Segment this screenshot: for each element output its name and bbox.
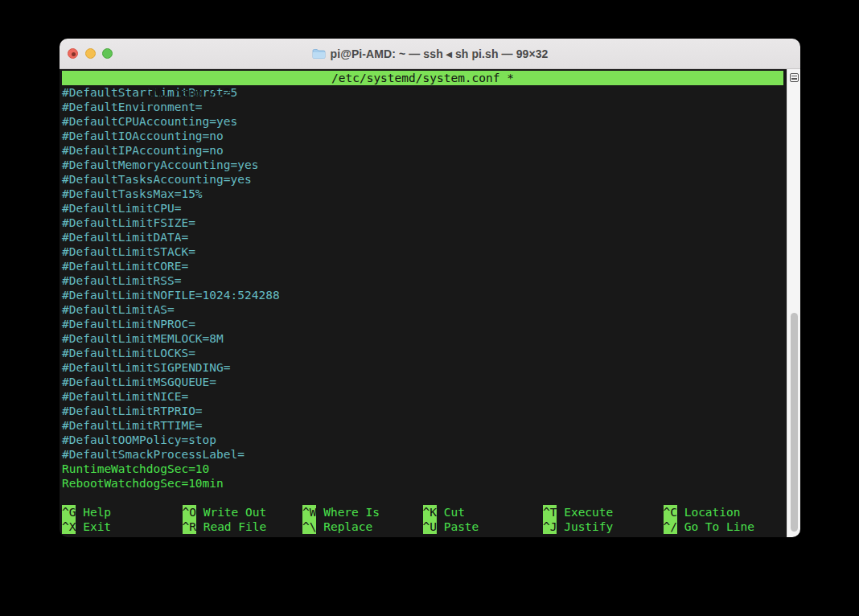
shortcut-cut[interactable]: ^KCut bbox=[423, 505, 544, 519]
editor-line: #DefaultLimitCORE= bbox=[62, 259, 783, 273]
shortcut-key: ^U bbox=[423, 519, 437, 534]
split-pane-button[interactable] bbox=[788, 71, 800, 84]
editor-line: #DefaultSmackProcessLabel= bbox=[62, 447, 783, 462]
shortcut-help[interactable]: ^GHelp bbox=[62, 505, 183, 519]
traffic-lights bbox=[68, 48, 113, 59]
close-button[interactable] bbox=[68, 48, 78, 59]
shortcut-key: ^R bbox=[183, 519, 196, 534]
shortcut-paste[interactable]: ^UPaste bbox=[423, 519, 544, 534]
editor-lines: #DefaultStartLimitBurst=5#DefaultEnviron… bbox=[62, 85, 783, 491]
editor-line: #DefaultLimitDATA= bbox=[62, 230, 783, 244]
window-title: pi@Pi-AMD: ~ — ssh ◂ sh pi.sh — 99×32 bbox=[331, 47, 549, 60]
shortcut-justify[interactable]: ^JJustify bbox=[543, 519, 664, 534]
split-pane-icon bbox=[790, 73, 799, 82]
editor-line: #DefaultMemoryAccounting=yes bbox=[62, 158, 783, 172]
shortcut-key: ^J bbox=[543, 519, 557, 534]
nano-filename: /etc/systemd/system.conf * bbox=[62, 71, 783, 85]
editor-line: #DefaultLimitRSS= bbox=[62, 273, 783, 288]
editor-line: #DefaultLimitRTPRIO= bbox=[62, 404, 783, 418]
shortcut-read-file[interactable]: ^RRead File bbox=[183, 519, 303, 534]
shortcut-label: Help bbox=[83, 506, 111, 519]
shortcut-go-to-line[interactable]: ^/Go To Line bbox=[664, 519, 784, 534]
editor-line: #DefaultTasksAccounting=yes bbox=[62, 172, 783, 187]
shortcut-label: Go To Line bbox=[684, 520, 754, 533]
editor-line: #DefaultLimitFSIZE= bbox=[62, 216, 783, 230]
nano-shortcut-bar: ^GHelp^OWrite Out^WWhere Is^KCut^TExecut… bbox=[62, 505, 783, 534]
shortcut-key: ^C bbox=[664, 505, 677, 519]
shortcut-label: Where Is bbox=[323, 506, 380, 519]
shortcut-write-out[interactable]: ^OWrite Out bbox=[183, 505, 303, 519]
editor-line: #DefaultLimitMSGQUEUE= bbox=[62, 375, 783, 389]
shortcut-label: Justify bbox=[564, 520, 613, 533]
shortcut-location[interactable]: ^CLocation bbox=[664, 505, 784, 519]
shortcut-exit[interactable]: ^XExit bbox=[62, 519, 183, 534]
shortcut-execute[interactable]: ^TExecute bbox=[543, 505, 664, 519]
zoom-button[interactable] bbox=[102, 48, 113, 59]
editor-line: #DefaultLimitAS= bbox=[62, 302, 783, 317]
shortcut-key: ^W bbox=[302, 505, 316, 519]
editor-line: #DefaultTasksMax=15% bbox=[62, 187, 783, 201]
shortcut-where-is[interactable]: ^WWhere Is bbox=[302, 505, 423, 519]
shortcut-key: ^\ bbox=[302, 519, 316, 534]
editor-line: #DefaultLimitNPROC= bbox=[62, 317, 783, 331]
terminal-screen[interactable]: GNU nano 7.2 /etc/systemd/system.conf * … bbox=[60, 69, 800, 537]
shortcut-key: ^K bbox=[423, 505, 437, 519]
shortcut-label: Write Out bbox=[203, 506, 267, 519]
shortcut-key: ^/ bbox=[664, 519, 677, 534]
shortcut-label: Location bbox=[684, 506, 741, 519]
shortcut-key: ^T bbox=[543, 505, 557, 519]
editor-line: RebootWatchdogSec=10min bbox=[62, 476, 783, 491]
editor-line: #DefaultLimitSTACK= bbox=[62, 244, 783, 259]
shortcut-label: Cut bbox=[444, 506, 465, 519]
editor-line: #DefaultCPUAccounting=yes bbox=[62, 114, 783, 129]
editor-line: #DefaultLimitSIGPENDING= bbox=[62, 360, 783, 375]
scrollbar[interactable] bbox=[787, 69, 800, 537]
shortcut-key: ^X bbox=[62, 519, 76, 534]
editor-line: RuntimeWatchdogSec=10 bbox=[62, 462, 783, 476]
titlebar[interactable]: pi@Pi-AMD: ~ — ssh ◂ sh pi.sh — 99×32 bbox=[60, 39, 800, 69]
minimize-button[interactable] bbox=[85, 48, 96, 59]
terminal-window: pi@Pi-AMD: ~ — ssh ◂ sh pi.sh — 99×32 GN… bbox=[60, 39, 800, 537]
blank-line bbox=[62, 491, 783, 505]
shortcut-label: Read File bbox=[203, 520, 267, 533]
shortcut-label: Paste bbox=[444, 520, 479, 533]
nano-version-label: GNU nano 7.2 bbox=[118, 86, 231, 99]
editor-line: #DefaultLimitLOCKS= bbox=[62, 346, 783, 360]
scrollbar-thumb[interactable] bbox=[791, 313, 798, 532]
editor-line: #DefaultLimitNOFILE=1024:524288 bbox=[62, 288, 783, 302]
shortcut-label: Exit bbox=[83, 520, 111, 533]
shortcut-row: ^XExit^RRead File^\Replace^UPaste^JJusti… bbox=[62, 519, 783, 534]
shortcut-replace[interactable]: ^\Replace bbox=[302, 519, 423, 534]
editor-line: #DefaultLimitRTTIME= bbox=[62, 418, 783, 433]
shortcut-key: ^O bbox=[183, 505, 196, 519]
editor-line: #DefaultLimitNICE= bbox=[62, 389, 783, 404]
editor-line: #DefaultEnvironment= bbox=[62, 100, 783, 114]
editor-line: #DefaultOOMPolicy=stop bbox=[62, 433, 783, 447]
shortcut-label: Execute bbox=[564, 506, 613, 519]
nano-titlebar: GNU nano 7.2 /etc/systemd/system.conf * bbox=[62, 71, 783, 85]
shortcut-key: ^G bbox=[62, 505, 76, 519]
shortcut-row: ^GHelp^OWrite Out^WWhere Is^KCut^TExecut… bbox=[62, 505, 783, 519]
editor-line: #DefaultLimitCPU= bbox=[62, 201, 783, 216]
editor-line: #DefaultIOAccounting=no bbox=[62, 129, 783, 143]
editor-line: #DefaultIPAccounting=no bbox=[62, 143, 783, 158]
shortcut-label: Replace bbox=[323, 520, 372, 533]
editor-line: #DefaultLimitMEMLOCK=8M bbox=[62, 331, 783, 346]
folder-icon bbox=[312, 48, 326, 60]
